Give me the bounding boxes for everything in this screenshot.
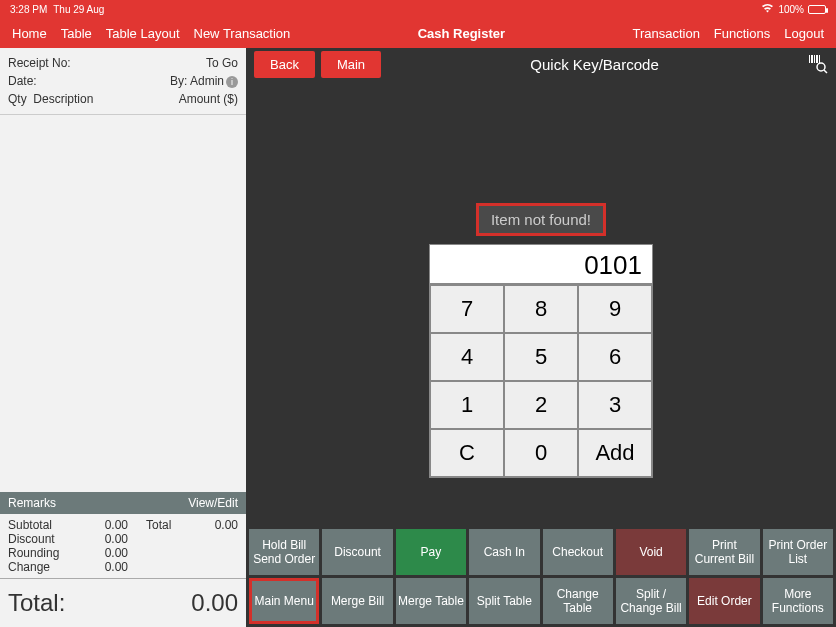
total-label: Total <box>128 518 178 532</box>
keypad-area: Item not found! 0101 7 8 9 4 5 6 1 2 3 C… <box>429 203 653 478</box>
fn-cash-in[interactable]: Cash In <box>469 529 539 575</box>
nav-table[interactable]: Table <box>61 26 92 41</box>
key-6[interactable]: 6 <box>578 333 652 381</box>
col-amount: Amount ($) <box>179 90 238 108</box>
svg-rect-4 <box>819 55 820 63</box>
fn-edit-order[interactable]: Edit Order <box>689 578 759 624</box>
fn-change-table[interactable]: Change Table <box>543 578 613 624</box>
barcode-search-icon[interactable] <box>808 54 828 74</box>
back-button[interactable]: Back <box>254 51 315 78</box>
key-4[interactable]: 4 <box>430 333 504 381</box>
nav-home[interactable]: Home <box>12 26 47 41</box>
nav-logout[interactable]: Logout <box>784 26 824 41</box>
svg-rect-1 <box>811 55 813 63</box>
key-8[interactable]: 8 <box>504 285 578 333</box>
grand-total-value: 0.00 <box>191 589 238 617</box>
by-admin: By: Admini <box>170 72 238 90</box>
app-header: Home Table Table Layout New Transaction … <box>0 18 836 48</box>
nav-functions[interactable]: Functions <box>714 26 770 41</box>
rounding-value: 0.00 <box>76 546 128 560</box>
fn-hold-bill[interactable]: Hold Bill Send Order <box>249 529 319 575</box>
key-3[interactable]: 3 <box>578 381 652 429</box>
receipt-type: To Go <box>206 54 238 72</box>
discount-label: Discount <box>8 532 76 546</box>
app-title: Cash Register <box>290 26 632 41</box>
svg-point-5 <box>817 63 825 71</box>
fn-pay[interactable]: Pay <box>396 529 466 575</box>
key-2[interactable]: 2 <box>504 381 578 429</box>
nav-table-layout[interactable]: Table Layout <box>106 26 180 41</box>
key-9[interactable]: 9 <box>578 285 652 333</box>
rounding-label: Rounding <box>8 546 76 560</box>
total-value: 0.00 <box>178 518 238 532</box>
fn-print-order[interactable]: Print Order List <box>763 529 833 575</box>
key-1[interactable]: 1 <box>430 381 504 429</box>
key-clear[interactable]: C <box>430 429 504 477</box>
key-0[interactable]: 0 <box>504 429 578 477</box>
nav-new-transaction[interactable]: New Transaction <box>194 26 291 41</box>
svg-rect-3 <box>816 55 818 63</box>
receipt-items <box>0 115 246 492</box>
fn-more-functions[interactable]: More Functions <box>763 578 833 624</box>
svg-line-6 <box>824 70 827 73</box>
fn-split-change-bill[interactable]: Split / Change Bill <box>616 578 686 624</box>
receipt-no-label: Receipt No: <box>8 54 71 72</box>
discount-value: 0.00 <box>76 532 128 546</box>
col-qty: Qty <box>8 92 27 106</box>
change-label: Change <box>8 560 76 574</box>
key-add[interactable]: Add <box>578 429 652 477</box>
fn-split-table[interactable]: Split Table <box>469 578 539 624</box>
col-desc: Description <box>33 92 93 106</box>
view-edit-link[interactable]: View/Edit <box>188 496 238 510</box>
status-bar: 3:28 PM Thu 29 Aug 100% <box>0 0 836 18</box>
battery-pct: 100% <box>778 4 804 15</box>
fn-merge-bill[interactable]: Merge Bill <box>322 578 392 624</box>
fn-print-bill[interactable]: Print Current Bill <box>689 529 759 575</box>
date-label: Date: <box>8 72 37 90</box>
fn-discount[interactable]: Discount <box>322 529 392 575</box>
wifi-icon <box>761 3 774 15</box>
function-buttons: Hold Bill Send Order Discount Pay Cash I… <box>246 526 836 627</box>
main-button[interactable]: Main <box>321 51 381 78</box>
grand-total-label: Total: <box>8 589 65 617</box>
nav-transaction[interactable]: Transaction <box>632 26 699 41</box>
subtotal-label: Subtotal <box>8 518 76 532</box>
fn-checkout[interactable]: Checkout <box>543 529 613 575</box>
fn-main-menu[interactable]: Main Menu <box>249 578 319 624</box>
svg-rect-0 <box>809 55 810 63</box>
main-content: Back Main Quick Key/Barcode Item not fou… <box>246 48 836 627</box>
fn-void[interactable]: Void <box>616 529 686 575</box>
error-message: Item not found! <box>476 203 606 236</box>
fn-merge-table[interactable]: Merge Table <box>396 578 466 624</box>
change-value: 0.00 <box>76 560 128 574</box>
remarks-bar[interactable]: Remarks View/Edit <box>0 492 246 514</box>
subtotal-value: 0.00 <box>76 518 128 532</box>
key-7[interactable]: 7 <box>430 285 504 333</box>
page-title: Quick Key/Barcode <box>387 56 802 73</box>
status-date: Thu 29 Aug <box>53 4 104 15</box>
remarks-label: Remarks <box>8 496 56 510</box>
status-time: 3:28 PM <box>10 4 47 15</box>
keypad: 7 8 9 4 5 6 1 2 3 C 0 Add <box>429 284 653 478</box>
info-icon[interactable]: i <box>226 76 238 88</box>
receipt-panel: Receipt No: To Go Date: By: Admini Qty D… <box>0 48 246 627</box>
keypad-display[interactable]: 0101 <box>429 244 653 284</box>
svg-rect-2 <box>814 55 815 63</box>
battery-icon <box>808 5 826 14</box>
key-5[interactable]: 5 <box>504 333 578 381</box>
